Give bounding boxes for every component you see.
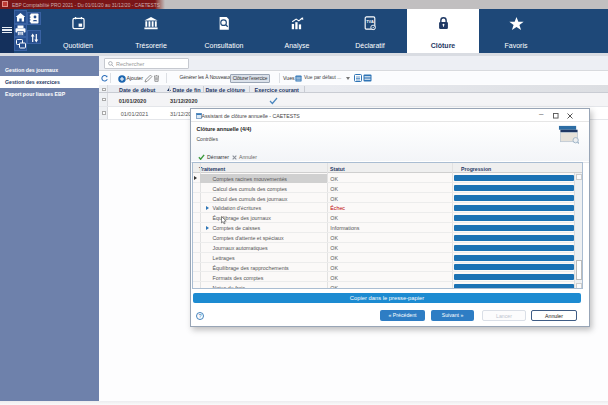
svg-text:?: ? — [198, 313, 201, 319]
svg-text:TVA: TVA — [366, 19, 374, 24]
